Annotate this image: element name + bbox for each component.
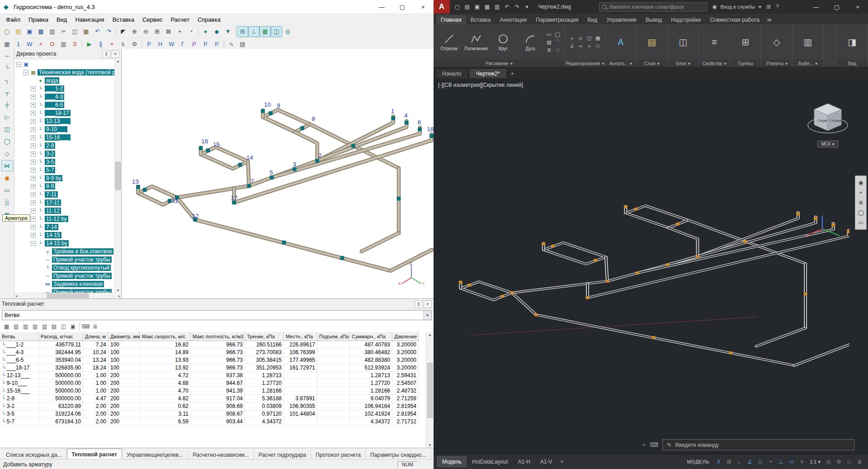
clean-screen[interactable]: □ — [844, 457, 854, 466]
viewcube-face-right[interactable]: Справа — [829, 118, 842, 123]
edit-mini-icon[interactable]: + — [568, 35, 576, 42]
column-header[interactable]: Давление на — [392, 332, 419, 341]
result-tab[interactable]: Тепловой расчет — [67, 449, 122, 460]
snap-tracking-icon[interactable]: + — [766, 457, 775, 466]
pipe-fitting[interactable] — [261, 109, 265, 113]
expand-icon[interactable]: + — [31, 225, 36, 230]
pipe-fitting[interactable] — [743, 240, 747, 243]
table-row[interactable]: └___4-3382444.9510.2410014.89966.73273.7… — [0, 349, 426, 356]
pipe-fitting[interactable] — [624, 205, 627, 208]
win-p1-icon[interactable]: P — [143, 39, 155, 50]
zoom-window-icon[interactable]: ⊞ — [151, 26, 163, 37]
result-tab[interactable]: Управляющие/целев... — [122, 450, 188, 460]
menu-навигация[interactable]: Навигация — [71, 15, 108, 24]
tree-node-branch[interactable]: +└5-7 — [15, 166, 115, 174]
tree-node-element[interactable]: ─Прямой участок трубы — [15, 272, 115, 280]
paste-icon[interactable]: ▩ — [80, 26, 92, 37]
render-mode-icon[interactable]: ● — [200, 26, 211, 37]
run-calculation-icon[interactable]: ▶ — [84, 39, 95, 50]
pipe-fitting[interactable] — [136, 185, 140, 189]
maximize-button[interactable]: ▢ — [392, 0, 413, 14]
tree-node-branch[interactable]: +└7-14 — [15, 223, 115, 231]
pause-calculation-icon[interactable]: ∥ — [95, 39, 106, 50]
pipe-fitting[interactable] — [594, 259, 597, 261]
pipe-fitting[interactable] — [676, 223, 679, 225]
ribbon-overflow-icon[interactable]: ≫ — [767, 17, 772, 24]
tank-icon[interactable]: ▭ — [1, 185, 13, 196]
scroll-up-icon[interactable]: ▲ — [116, 59, 120, 63]
print-icon[interactable]: ▥ — [47, 26, 58, 37]
pipe-fitting[interactable] — [247, 184, 251, 188]
expand-icon[interactable]: + — [31, 217, 36, 222]
table-row[interactable]: └15-16___500000.001.002004.70941.391.281… — [0, 387, 426, 395]
close-command-icon[interactable]: × — [642, 441, 646, 448]
ribbon-tab-управление[interactable]: Управление — [602, 15, 641, 24]
viewcube[interactable]: Сзади Справа МСК ▾ — [803, 97, 853, 147]
draw-tool-line[interactable]: Отрезок — [437, 33, 461, 51]
expand-icon[interactable]: + — [31, 95, 36, 99]
draw-tool-pline[interactable]: Полилиния — [464, 33, 488, 51]
zoom-in-icon[interactable]: ⊕ — [129, 26, 140, 37]
table-row[interactable]: └3-263220.892.002000.62908.690.03809106.… — [0, 403, 426, 410]
expand-icon[interactable]: + — [31, 200, 36, 205]
pipe-fitting[interactable] — [232, 200, 236, 204]
zoom-tool-icon[interactable]: ⊕ — [859, 199, 863, 206]
print-3-icon[interactable]: ▥ — [30, 322, 40, 331]
signin-dropdown[interactable]: ▾ — [757, 4, 763, 10]
menu-правка[interactable]: Правка — [24, 15, 52, 24]
expand-icon[interactable]: + — [31, 127, 36, 132]
result-tab[interactable]: Расчетно-независим... — [188, 450, 254, 460]
scroll-thumb[interactable] — [47, 294, 89, 298]
panel-label[interactable]: Аннота...▾ — [605, 60, 636, 67]
block-button[interactable]: ◫ — [671, 36, 695, 48]
result-tab[interactable]: Расчет гидроудара — [254, 450, 311, 460]
save-table-icon[interactable]: ▣ — [68, 322, 78, 331]
panel-view-label[interactable]: Вид — [837, 60, 868, 67]
edit-mini-icon[interactable]: ∪ — [577, 35, 585, 42]
table-row[interactable]: └12-13___500000.001.002004.72937.381.287… — [0, 372, 426, 379]
column-header[interactable]: Суммарн., кПа — [350, 332, 392, 341]
win-g-icon[interactable]: Г — [177, 39, 189, 50]
new-layout-button[interactable]: + — [558, 459, 566, 465]
stop-calculation-icon[interactable]: × — [106, 39, 118, 50]
panel-edit-label[interactable]: Редактирование▾ — [565, 60, 605, 67]
pipe-fitting[interactable] — [282, 241, 286, 245]
column-header[interactable]: Длина, м — [83, 332, 108, 341]
tree-node-branch[interactable]: +└15-16___ — [15, 133, 115, 142]
pipe-fitting[interactable] — [340, 256, 344, 260]
draw-tool-arc[interactable]: Дуга — [518, 33, 542, 51]
showmotion-icon[interactable]: ▭ — [858, 219, 863, 226]
dynamic-ucs-icon[interactable]: ⊥ — [776, 457, 786, 466]
insulation-icon[interactable]: ◆ — [211, 26, 222, 37]
mode-w-icon[interactable]: W — [24, 39, 35, 50]
pipe-straight-icon[interactable]: ─ — [1, 50, 13, 62]
tree-node-element[interactable]: ⋈Задвижка клиновая — [15, 280, 115, 288]
isolate-objects[interactable]: ◎ — [824, 457, 833, 466]
pipe-fitting[interactable] — [292, 167, 297, 171]
chevron-down-icon[interactable]: ▼ — [423, 311, 431, 320]
menu-сервис[interactable]: Сервис — [138, 15, 167, 24]
pipe-fitting[interactable] — [847, 230, 849, 233]
export-icon[interactable]: ▤ — [49, 322, 59, 331]
tree-node-branch[interactable]: +└___4-3 — [15, 93, 115, 101]
close-panel-icon[interactable]: × — [424, 300, 432, 308]
result-tab[interactable]: Протокол расчета — [311, 450, 366, 460]
scroll-down-icon[interactable]: ▼ — [116, 289, 120, 293]
table-row[interactable]: └2-8500000.004.472004.82917.045.361883.6… — [0, 395, 426, 403]
pipe-fitting[interactable] — [315, 159, 319, 163]
table-row[interactable]: └3-5319224.062.002003.11908.670.97120101… — [0, 410, 426, 418]
redo-icon[interactable]: ↷ — [103, 26, 114, 37]
panel-label[interactable]: Блок▾ — [668, 60, 698, 67]
mode-o-icon[interactable]: O — [47, 39, 58, 50]
expand-icon[interactable]: + — [31, 135, 36, 140]
table-row[interactable]: └___1-2436779.117.2410016.82966.73260.51… — [0, 341, 426, 349]
labels-toggle-icon[interactable]: ◎ — [282, 26, 293, 37]
menu-файл[interactable]: Файл — [2, 15, 24, 24]
orbit-tool-icon[interactable]: ◯ — [858, 209, 863, 216]
pipe-cross-icon[interactable]: ┼ — [1, 99, 13, 110]
table-row[interactable]: └___6-5353940.0413.2410013.93966.73305.3… — [0, 356, 426, 364]
help-icon[interactable]: ? — [774, 4, 780, 10]
column-header[interactable]: Трение, кПа — [245, 332, 284, 341]
close-button[interactable]: × — [413, 0, 434, 14]
ribbon-tab-вывод[interactable]: Вывод — [641, 15, 666, 24]
